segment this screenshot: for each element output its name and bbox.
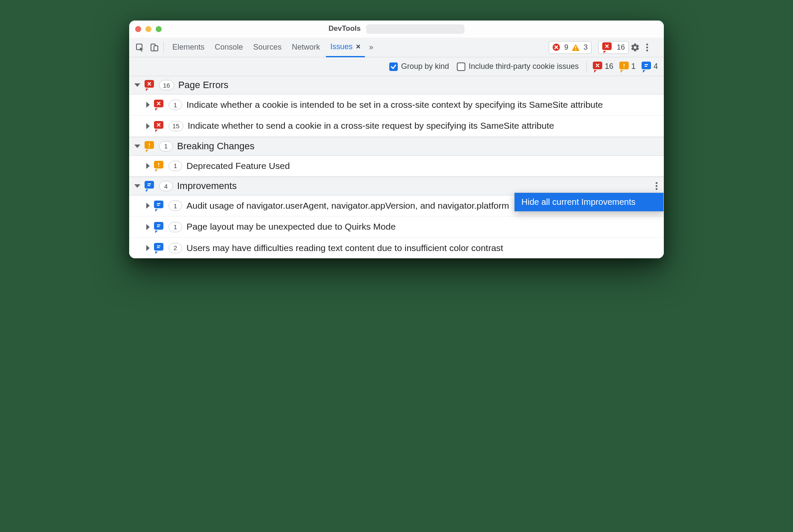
close-window-button[interactable] bbox=[135, 26, 141, 32]
group-count: 4 bbox=[159, 181, 173, 191]
svg-rect-24 bbox=[157, 225, 160, 225]
checkbox-label: Group by kind bbox=[401, 62, 449, 71]
minimize-window-button[interactable] bbox=[145, 26, 151, 32]
error-bubble-icon bbox=[602, 42, 613, 53]
tab-sources[interactable]: Sources bbox=[249, 38, 286, 57]
disclosure-triangle-icon[interactable] bbox=[146, 224, 150, 230]
error-bubble-icon bbox=[145, 80, 155, 90]
summary-errors-count: 16 bbox=[605, 62, 613, 71]
summary-errors[interactable]: 16 bbox=[593, 62, 613, 72]
main-menu-button[interactable] bbox=[646, 43, 660, 52]
svg-rect-22 bbox=[157, 203, 160, 204]
svg-rect-5 bbox=[575, 49, 576, 50]
issue-count: 1 bbox=[169, 161, 182, 171]
group-menu-button[interactable] bbox=[655, 182, 658, 190]
group-count: 16 bbox=[159, 80, 174, 90]
svg-rect-25 bbox=[157, 226, 160, 227]
close-tab-icon[interactable]: × bbox=[356, 42, 361, 51]
info-bubble-icon bbox=[154, 222, 164, 232]
disclosure-triangle-icon[interactable] bbox=[146, 102, 150, 108]
summary-info[interactable]: 4 bbox=[642, 62, 658, 72]
disclosure-triangle-icon[interactable] bbox=[146, 245, 150, 251]
issue-label: Users may have difficulties reading text… bbox=[186, 242, 659, 254]
disclosure-triangle-icon[interactable] bbox=[134, 184, 140, 188]
group-improvements-header[interactable]: 4 Improvements Hide all current Improvem… bbox=[129, 177, 664, 195]
tab-console[interactable]: Console bbox=[210, 38, 247, 57]
issue-count: 2 bbox=[169, 243, 182, 253]
disclosure-triangle-icon[interactable] bbox=[146, 163, 150, 169]
group-context-menu: Hide all current Improvements bbox=[514, 192, 664, 212]
issue-item[interactable]: 1 Page layout may be unexpected due to Q… bbox=[129, 216, 664, 237]
zoom-window-button[interactable] bbox=[156, 26, 162, 32]
svg-rect-12 bbox=[645, 66, 647, 67]
issue-label: Indicate whether to send a cookie in a c… bbox=[188, 120, 659, 132]
tab-label: Sources bbox=[253, 43, 281, 52]
console-errors-warnings-button[interactable]: 9 3 bbox=[549, 41, 592, 54]
disclosure-triangle-icon[interactable] bbox=[146, 203, 150, 209]
window-title-url-placeholder bbox=[366, 24, 465, 34]
svg-point-19 bbox=[656, 182, 657, 184]
disclosure-triangle-icon[interactable] bbox=[134, 145, 140, 148]
svg-point-20 bbox=[656, 185, 657, 187]
issue-count: 1 bbox=[169, 222, 182, 232]
error-bubble-icon bbox=[593, 62, 603, 72]
issues-options-bar: Group by kind Include third-party cookie… bbox=[129, 57, 664, 76]
group-breaking-changes-header[interactable]: 1 Breaking Changes bbox=[129, 137, 664, 156]
error-badge-icon bbox=[553, 44, 560, 51]
svg-rect-11 bbox=[645, 64, 648, 65]
svg-rect-18 bbox=[148, 185, 150, 186]
issue-count: 1 bbox=[169, 201, 182, 211]
svg-rect-26 bbox=[157, 245, 160, 246]
error-count: 9 bbox=[564, 43, 568, 52]
svg-rect-27 bbox=[157, 247, 160, 248]
tab-label: Console bbox=[215, 43, 243, 52]
group-page-errors-header[interactable]: 16 Page Errors bbox=[129, 76, 664, 95]
issues-count-button[interactable]: 16 bbox=[598, 41, 629, 54]
tab-elements[interactable]: Elements bbox=[168, 38, 209, 57]
svg-rect-16 bbox=[158, 166, 159, 167]
error-bubble-icon bbox=[154, 121, 164, 131]
warning-count: 3 bbox=[584, 43, 588, 52]
disclosure-triangle-icon[interactable] bbox=[134, 83, 140, 87]
error-bubble-icon bbox=[154, 100, 164, 110]
tab-label: Issues bbox=[330, 42, 352, 51]
info-bubble-icon bbox=[642, 62, 652, 72]
window-title: DevTools bbox=[129, 24, 664, 34]
summary-warnings[interactable]: 1 bbox=[619, 62, 636, 72]
menu-item-label: Hide all current Improvements bbox=[521, 197, 636, 207]
disclosure-triangle-icon[interactable] bbox=[146, 123, 150, 129]
group-title: Improvements bbox=[177, 180, 237, 192]
warning-badge-icon bbox=[572, 44, 580, 51]
tab-label: Elements bbox=[172, 43, 204, 52]
chevron-double-right-icon: » bbox=[369, 43, 373, 52]
svg-rect-15 bbox=[158, 163, 159, 165]
svg-point-7 bbox=[646, 46, 648, 48]
issue-item[interactable]: 2 Users may have difficulties reading te… bbox=[129, 238, 664, 258]
menu-hide-all-improvements[interactable]: Hide all current Improvements bbox=[515, 193, 663, 211]
checkbox-icon bbox=[457, 62, 465, 71]
issues-summary: 16 1 4 bbox=[586, 62, 658, 72]
group-by-kind-checkbox[interactable]: Group by kind bbox=[389, 62, 449, 71]
svg-point-6 bbox=[646, 43, 648, 45]
device-toolbar-icon[interactable] bbox=[148, 41, 161, 54]
summary-info-count: 4 bbox=[654, 62, 658, 71]
group-title: Breaking Changes bbox=[177, 141, 254, 152]
info-bubble-icon bbox=[145, 181, 155, 191]
tab-issues[interactable]: Issues × bbox=[326, 38, 365, 57]
issue-count: 15 bbox=[169, 121, 183, 131]
settings-button[interactable] bbox=[630, 43, 644, 52]
checkbox-icon bbox=[389, 62, 398, 71]
checkbox-label: Include third-party cookie issues bbox=[469, 62, 579, 71]
issue-item[interactable]: 15 Indicate whether to send a cookie in … bbox=[129, 115, 664, 136]
inspect-element-icon[interactable] bbox=[133, 41, 146, 54]
issue-label: Indicate whether a cookie is intended to… bbox=[186, 99, 659, 111]
tab-network[interactable]: Network bbox=[287, 38, 324, 57]
more-tabs-button[interactable]: » bbox=[367, 38, 376, 57]
issue-item[interactable]: 1 Indicate whether a cookie is intended … bbox=[129, 95, 664, 115]
svg-rect-2 bbox=[154, 46, 158, 51]
info-bubble-icon bbox=[154, 201, 164, 211]
svg-rect-17 bbox=[148, 183, 151, 184]
svg-rect-23 bbox=[157, 205, 160, 206]
third-party-cookie-checkbox[interactable]: Include third-party cookie issues bbox=[457, 62, 579, 71]
issue-item[interactable]: 1 Deprecated Feature Used bbox=[129, 156, 664, 177]
